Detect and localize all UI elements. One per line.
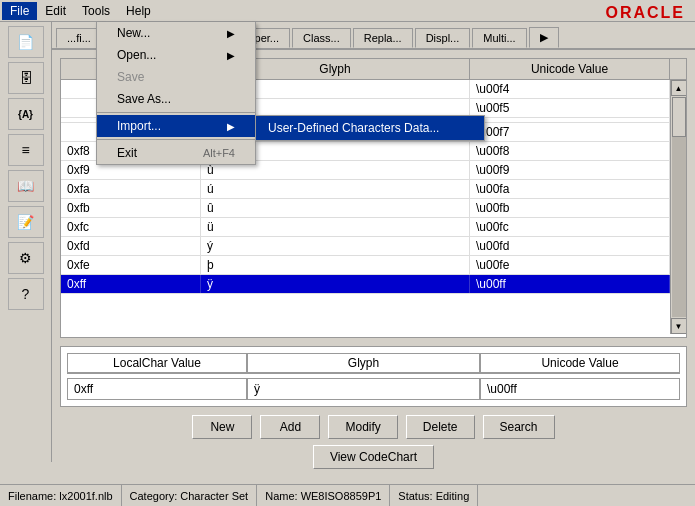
cell-unicode: \u00fe	[470, 256, 670, 274]
cell-glyph: ý	[201, 237, 470, 255]
cell-glyph: ú	[201, 180, 470, 198]
cell-glyph: û	[201, 199, 470, 217]
menu-save-as[interactable]: Save As...	[97, 88, 255, 110]
new-button[interactable]: New	[192, 415, 252, 439]
status-filename: Filename: lx2001f.nlb	[0, 485, 122, 506]
database-icon[interactable]: 🗄	[8, 62, 44, 94]
cell-localchar: 0xfd	[61, 237, 201, 255]
cell-localchar: 0xff	[61, 275, 201, 293]
cell-unicode: \u00f7	[470, 123, 670, 141]
detail-localchar: 0xff	[67, 378, 247, 400]
view-codechart-button[interactable]: View CodeChart	[313, 445, 434, 469]
table-row: 0xfc ü \u00fc	[61, 218, 670, 237]
modify-button[interactable]: Modify	[328, 415, 397, 439]
cell-localchar: 0xfb	[61, 199, 201, 217]
scroll-track[interactable]	[672, 97, 686, 317]
detail-glyph: ÿ	[247, 378, 480, 400]
arrow-icon: ▶	[227, 28, 235, 39]
cell-glyph: þ	[201, 256, 470, 274]
cell-unicode: \u00f8	[470, 142, 670, 160]
table-row: 0xfd ý \u00fd	[61, 237, 670, 256]
import-user-defined[interactable]: User-Defined Characters Data...	[256, 116, 484, 140]
book-icon[interactable]: 📖	[8, 170, 44, 202]
col-header-unicode: Unicode Value	[470, 59, 670, 79]
cell-glyph: ÿ	[201, 275, 470, 293]
scroll-up-button[interactable]: ▲	[671, 80, 687, 96]
menu-import[interactable]: Import... ▶ User-Defined Characters Data…	[97, 115, 255, 137]
settings-icon[interactable]: ⚙	[8, 242, 44, 274]
status-category: Category: Character Set	[122, 485, 258, 506]
detail-row: 0xff ÿ \u00ff	[67, 378, 680, 400]
cell-localchar: 0xfa	[61, 180, 201, 198]
cell-unicode	[470, 118, 670, 122]
separator	[97, 112, 255, 113]
scroll-down-button[interactable]: ▼	[671, 318, 687, 334]
tab-fi[interactable]: ...fi...	[56, 28, 102, 48]
file-menu-dropdown: New... ▶ Open... ▶ Save Save As... Impor…	[96, 22, 256, 165]
separator	[97, 139, 255, 140]
status-name: Name: WE8ISO8859P1	[257, 485, 390, 506]
brackets-icon[interactable]: {A}	[8, 98, 44, 130]
list-icon[interactable]: ≡	[8, 134, 44, 166]
cell-glyph: ü	[201, 218, 470, 236]
menu-exit[interactable]: Exit Alt+F4	[97, 142, 255, 164]
cell-unicode: \u00fd	[470, 237, 670, 255]
import-submenu: User-Defined Characters Data...	[255, 115, 485, 141]
menu-open[interactable]: Open... ▶	[97, 44, 255, 66]
detail-unicode: \u00ff	[480, 378, 680, 400]
scrollbar-placeholder	[670, 59, 686, 79]
detail-col-glyph: Glyph	[247, 353, 480, 373]
tab-multi[interactable]: Multi...	[472, 28, 526, 48]
action-buttons: New Add Modify Delete Search	[60, 415, 687, 439]
cell-unicode: \u00f4	[470, 80, 670, 98]
detail-col-localchar: LocalChar Value	[67, 353, 247, 373]
cell-unicode: \u00fc	[470, 218, 670, 236]
oracle-brand: ORACLE	[605, 4, 685, 22]
tab-repla[interactable]: Repla...	[353, 28, 413, 48]
help-icon[interactable]: ?	[8, 278, 44, 310]
arrow-icon: ▶	[227, 50, 235, 61]
status-editing: Status: Editing	[390, 485, 478, 506]
menu-edit[interactable]: Edit	[37, 2, 74, 20]
cell-unicode: \u00ff	[470, 275, 670, 293]
table-row-selected[interactable]: 0xff ÿ \u00ff	[61, 275, 670, 294]
note-icon[interactable]: 📝	[8, 206, 44, 238]
add-button[interactable]: Add	[260, 415, 320, 439]
menubar: File Edit Tools Help	[0, 0, 695, 22]
detail-panel: LocalChar Value Glyph Unicode Value 0xff…	[60, 346, 687, 407]
arrow-icon: ▶	[227, 121, 235, 132]
tab-class[interactable]: Class...	[292, 28, 351, 48]
scrollbar-vertical[interactable]: ▲ ▼	[670, 80, 686, 334]
cell-unicode: \u00fb	[470, 199, 670, 217]
cell-unicode: \u00fa	[470, 180, 670, 198]
cell-unicode: \u00f5	[470, 99, 670, 117]
menu-help[interactable]: Help	[118, 2, 159, 20]
shortcut-label: Alt+F4	[203, 147, 235, 159]
detail-header: LocalChar Value Glyph Unicode Value	[67, 353, 680, 374]
menu-tools[interactable]: Tools	[74, 2, 118, 20]
table-row: 0xfe þ \u00fe	[61, 256, 670, 275]
status-bar: Filename: lx2001f.nlb Category: Characte…	[0, 484, 695, 506]
table-row: 0xfb û \u00fb	[61, 199, 670, 218]
cell-localchar: 0xfc	[61, 218, 201, 236]
menu-file[interactable]: File	[2, 2, 37, 20]
table-row: 0xfa ú \u00fa	[61, 180, 670, 199]
search-button[interactable]: Search	[483, 415, 555, 439]
tab-more[interactable]: ▶	[529, 27, 559, 48]
view-codechart-container: View CodeChart	[60, 445, 687, 469]
cell-localchar: 0xfe	[61, 256, 201, 274]
scroll-thumb[interactable]	[672, 97, 686, 137]
delete-button[interactable]: Delete	[406, 415, 475, 439]
menu-new[interactable]: New... ▶	[97, 22, 255, 44]
document-icon[interactable]: 📄	[8, 26, 44, 58]
cell-unicode: \u00f9	[470, 161, 670, 179]
detail-col-unicode: Unicode Value	[480, 353, 680, 373]
menu-save: Save	[97, 66, 255, 88]
sidebar: 📄 🗄 {A} ≡ 📖 📝 ⚙ ?	[0, 22, 52, 462]
tab-displ[interactable]: Displ...	[415, 28, 471, 48]
